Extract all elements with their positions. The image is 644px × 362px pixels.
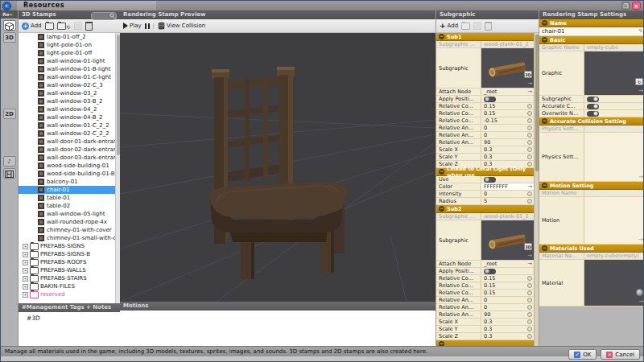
property-row[interactable]: Relative Co...0.15 xyxy=(436,103,534,110)
arrow-icon[interactable]: → xyxy=(527,80,532,87)
info-icon[interactable] xyxy=(527,283,532,288)
arrow-icon[interactable]: → xyxy=(527,183,532,190)
property-row[interactable]: Attach Node_root→ xyxy=(436,88,534,96)
collapse-section-icon[interactable]: − xyxy=(542,118,547,124)
section-header[interactable]: −Accurate Collision Setting xyxy=(539,117,644,125)
property-row[interactable]: Relative An...90 xyxy=(436,311,534,319)
info-icon[interactable] xyxy=(527,305,532,310)
property-row[interactable]: Graphic Nameempty-cube xyxy=(539,44,644,51)
info-icon[interactable] xyxy=(527,290,532,295)
property-row[interactable]: Subgraphic ...wood-plank-01_2 xyxy=(436,213,534,220)
tree-item[interactable]: chimney-01-small-with-cover xyxy=(19,234,120,242)
property-row[interactable]: Motion→ xyxy=(539,197,644,245)
property-value[interactable]: 0 xyxy=(481,297,534,303)
property-row[interactable]: Graphic↻→ xyxy=(539,51,644,96)
expand-icon[interactable]: + xyxy=(23,292,28,298)
info-icon[interactable] xyxy=(527,199,532,204)
expand-icon[interactable]: + xyxy=(23,284,28,290)
preview-3d-viewport[interactable] xyxy=(120,33,436,302)
sync-folder-icon[interactable] xyxy=(57,23,66,30)
toggle-switch[interactable] xyxy=(484,269,496,274)
replace-graphic-icon[interactable]: ↻ xyxy=(635,78,643,85)
tree-item[interactable]: light-pole-01-off xyxy=(19,49,120,57)
property-value[interactable]: 0 xyxy=(481,132,534,138)
property-value[interactable]: 0 xyxy=(481,191,534,197)
thumbnail-preview[interactable]: 3D→ xyxy=(481,48,534,88)
expand-icon[interactable]: + xyxy=(23,260,28,265)
setting-pane[interactable]: → xyxy=(584,197,644,244)
property-row[interactable]: Relative An...0 xyxy=(436,132,534,139)
tree-item[interactable]: wall-window-02-C_3 xyxy=(19,81,120,89)
property-value[interactable]: 0 xyxy=(481,125,534,131)
info-icon[interactable] xyxy=(527,133,532,138)
property-value[interactable]: 0.3 xyxy=(481,146,534,153)
tree-folder[interactable]: +BAKIN-FILES xyxy=(19,282,120,290)
info-icon[interactable] xyxy=(527,191,532,196)
tree-folder[interactable]: +PREFABS-SIGNS xyxy=(19,242,120,250)
info-icon[interactable] xyxy=(527,104,532,109)
3d-stamps-icon[interactable]: 3D xyxy=(3,32,16,43)
property-value[interactable]: 0.3 xyxy=(481,319,534,325)
property-row[interactable]: ColorFFFFFFFF→ xyxy=(436,183,534,191)
expand-icon[interactable]: + xyxy=(23,276,28,282)
property-row[interactable]: Apply Positi... xyxy=(436,96,534,103)
property-row[interactable]: Intensity0 xyxy=(436,191,534,198)
2d-stamps-icon[interactable]: 2D xyxy=(3,109,16,119)
info-icon[interactable] xyxy=(527,125,532,130)
play-button[interactable]: Play xyxy=(123,23,142,29)
tree-item[interactable]: light-pole-01-on xyxy=(19,41,120,49)
tree-item[interactable]: table-02 xyxy=(19,202,120,210)
tree-item[interactable]: lamp-01-off_2 xyxy=(19,33,120,41)
stamp-3d-badge-icon[interactable]: 3D xyxy=(524,243,532,250)
tree-item[interactable]: wall-window-03-B_2 xyxy=(19,97,120,105)
info-icon[interactable] xyxy=(527,334,532,339)
property-row[interactable]: Relative An...0 xyxy=(436,125,534,132)
expand-icon[interactable]: + xyxy=(23,268,28,274)
tree-folder[interactable]: +PREFABS-STAIRS xyxy=(19,274,120,282)
ok-button[interactable]: ✓ OK xyxy=(568,349,597,360)
tree-item[interactable]: wood-side-building-01 xyxy=(19,162,120,170)
collapse-section-icon[interactable]: − xyxy=(542,37,547,43)
property-row[interactable]: Relative Co...0.15 xyxy=(436,275,534,282)
property-row[interactable]: Subgraphic xyxy=(539,96,644,103)
property-value[interactable]: 0.15 xyxy=(481,282,534,289)
property-row[interactable]: Material Na...empty-cube(empty) xyxy=(539,253,644,260)
property-value[interactable]: 5 xyxy=(481,198,534,204)
property-row[interactable]: Attach Node_root→ xyxy=(436,261,534,268)
info-icon[interactable] xyxy=(527,312,532,317)
expand-icon[interactable]: + xyxy=(23,252,28,257)
material-sphere-icon[interactable] xyxy=(636,289,643,296)
property-value[interactable]: 0.3 xyxy=(481,154,534,160)
section-header[interactable]: −Name xyxy=(539,19,644,27)
arrow-icon[interactable]: → xyxy=(638,237,643,243)
property-value[interactable]: _root→ xyxy=(481,261,534,267)
trash-icon[interactable] xyxy=(85,22,93,31)
info-icon[interactable] xyxy=(527,327,532,331)
tree-item[interactable]: table-01 xyxy=(19,194,120,202)
property-row[interactable]: Overwrite N... xyxy=(539,110,644,117)
edit-pencil-icon[interactable]: ✎ xyxy=(638,28,643,35)
tree-folder[interactable]: +PREFABS-SIGNS-B xyxy=(19,250,120,258)
info-icon[interactable] xyxy=(527,276,532,281)
property-row[interactable]: Accurate C... xyxy=(539,103,644,110)
arrow-icon[interactable]: → xyxy=(638,298,643,305)
thumbnail-preview[interactable]: ↻→ xyxy=(584,51,644,95)
info-icon[interactable] xyxy=(527,154,532,159)
tree-item[interactable]: wall-window-04-B_2 xyxy=(19,113,120,121)
property-value[interactable]: 0.15 xyxy=(481,290,534,296)
new-folder-icon[interactable] xyxy=(45,23,54,30)
tree-item[interactable]: wall-window-01-B-light xyxy=(19,65,120,73)
tree-item[interactable]: wall-window-04_2 xyxy=(19,105,120,113)
property-row[interactable]: Material→ xyxy=(539,260,644,306)
collapse-section-icon[interactable]: − xyxy=(542,183,547,188)
expand-icon[interactable]: + xyxy=(23,244,28,249)
property-row[interactable]: Physics Sett...→ xyxy=(539,133,644,182)
property-row[interactable]: Relative An...90 xyxy=(436,139,534,146)
tree-item[interactable]: wood-side-building-01-B xyxy=(19,170,120,178)
movies-film-icon[interactable] xyxy=(3,168,16,179)
property-row[interactable]: Relative An...0 xyxy=(436,297,534,304)
property-value[interactable]: 0.15 xyxy=(481,103,534,109)
tree-item[interactable]: balcony-01 xyxy=(19,178,120,186)
tree-item[interactable]: wall-window-05-light xyxy=(19,210,120,218)
property-value[interactable]: -0.15 xyxy=(481,117,534,124)
